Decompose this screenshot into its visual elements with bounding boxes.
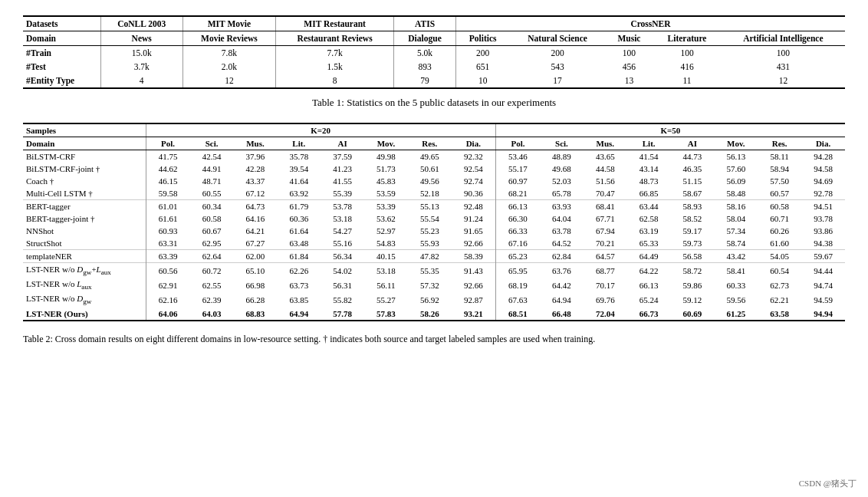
t2-k20-dia: Dia. xyxy=(452,137,496,150)
table2: Samples K=20 K=50 Domain Pol. Sci. Mus. … xyxy=(23,123,845,321)
table2-row: NNShot60.9360.6764.2161.6454.2752.9755.2… xyxy=(23,225,845,237)
table2-cell-k50: 69.76 xyxy=(584,292,627,307)
t1-sub-politics: Politics xyxy=(455,31,509,46)
table2-cell-k20: 91.65 xyxy=(452,225,496,237)
table2-cell-k50: 62.21 xyxy=(758,292,801,307)
table1-cell: 15.0k xyxy=(100,46,182,61)
table2-cell-k50: 92.78 xyxy=(801,187,845,200)
table2-model-name: NNShot xyxy=(23,225,146,237)
table2-cell-k50: 94.74 xyxy=(801,278,845,292)
table1-wrapper: Datasets CoNLL 2003 MIT Movie MIT Restau… xyxy=(23,15,845,89)
table2-cell-k20: 41.75 xyxy=(146,150,190,163)
table2-cell-k50: 58.72 xyxy=(671,263,715,278)
table2-cell-k50: 94.28 xyxy=(801,150,845,163)
watermark: CSDN @猪头丁 xyxy=(799,478,856,489)
table2-cell-k20: 57.83 xyxy=(364,308,408,321)
table2-cell-k20: 39.54 xyxy=(277,163,321,175)
table2-cell-k20: 61.01 xyxy=(146,200,190,213)
table2-cell-k20: 48.71 xyxy=(190,175,234,187)
t2-domain-label: Domain xyxy=(23,137,146,150)
table2-cell-k50: 56.58 xyxy=(671,250,715,263)
table2-cell-k50: 94.44 xyxy=(801,263,845,278)
table2-cell-k20: 92.32 xyxy=(452,150,496,163)
table2-model-name: BiLSTM-CRF xyxy=(23,150,146,163)
table2-cell-k50: 58.16 xyxy=(714,200,758,213)
table2-cell-k20: 60.56 xyxy=(146,263,190,278)
table2-model-name: Coach † xyxy=(23,175,146,187)
table1-caption: Table 1: Statistics on the 5 public data… xyxy=(23,97,845,109)
table2-cell-k20: 49.98 xyxy=(364,150,408,163)
table2-cell-k20: 58.26 xyxy=(408,308,452,321)
table2-cell-k20: 54.83 xyxy=(364,237,408,250)
table2-cell-k20: 92.48 xyxy=(452,200,496,213)
table1-cell: 12 xyxy=(182,74,275,88)
table2-cell-k50: 94.59 xyxy=(801,292,845,307)
table1: Datasets CoNLL 2003 MIT Movie MIT Restau… xyxy=(23,15,845,89)
table2-cell-k20: 61.79 xyxy=(277,200,321,213)
table1-cell: 456 xyxy=(606,60,653,74)
table2-row: BERT-tagger-joint †61.6160.5864.1660.365… xyxy=(23,212,845,225)
table2-cell-k50: 61.60 xyxy=(758,237,801,250)
table2-cell-k20: 62.16 xyxy=(146,292,190,307)
t2-k50-res: Res. xyxy=(758,137,801,150)
table2-cell-k20: 42.28 xyxy=(234,163,278,175)
table2-cell-k50: 60.57 xyxy=(758,187,801,200)
table1-cell: 100 xyxy=(653,46,722,61)
table2-cell-k20: 90.36 xyxy=(452,187,496,200)
t2-k20-mov: Mov. xyxy=(364,137,408,150)
table1-cell: 3.7k xyxy=(100,60,182,74)
table2-domain-row: Domain Pol. Sci. Mus. Lit. AI Mov. Res. … xyxy=(23,137,845,150)
table2-cell-k50: 65.23 xyxy=(495,250,540,263)
table2-cell-k20: 41.64 xyxy=(277,175,321,187)
table2-cell-k20: 37.96 xyxy=(234,150,278,163)
table2-cell-k50: 54.05 xyxy=(758,250,801,263)
table2-cell-k20: 53.18 xyxy=(321,212,364,225)
table2-cell-k50: 46.35 xyxy=(671,163,715,175)
table2-cell-k50: 61.25 xyxy=(714,308,758,321)
table2-cell-k50: 49.68 xyxy=(540,163,584,175)
table2-row: StructShot63.3162.9567.2763.4855.1654.83… xyxy=(23,237,845,250)
table2-cell-k20: 44.91 xyxy=(190,163,234,175)
table2-cell-k20: 56.34 xyxy=(321,250,364,263)
table2-cell-k20: 92.66 xyxy=(452,278,496,292)
table2-row: Coach †46.1548.7143.3741.6441.5545.8349.… xyxy=(23,175,845,187)
t2-k50-lit: Lit. xyxy=(627,137,671,150)
table2-cell-k50: 58.11 xyxy=(758,150,801,163)
t1-col-rest: MIT Restaurant xyxy=(276,16,394,31)
table2-cell-k20: 56.11 xyxy=(364,278,408,292)
table2-cell-k50: 56.09 xyxy=(714,175,758,187)
t2-k20-header: K=20 xyxy=(146,123,495,137)
table1-cell: 893 xyxy=(394,60,456,74)
table1-cell: 17 xyxy=(509,74,605,88)
table2-cell-k20: 62.91 xyxy=(146,278,190,292)
table2-cell-k20: 60.55 xyxy=(190,187,234,200)
t1-sub-label: Domain xyxy=(23,31,100,46)
table2-cell-k50: 93.86 xyxy=(801,225,845,237)
table2-cell-k50: 60.71 xyxy=(758,212,801,225)
table2-cell-k50: 63.78 xyxy=(540,225,584,237)
t2-k50-sci: Sci. xyxy=(540,137,584,150)
table2-cell-k20: 55.13 xyxy=(408,200,452,213)
table2-cell-k20: 57.32 xyxy=(408,278,452,292)
table2-cell-k50: 59.73 xyxy=(671,237,715,250)
table2-cell-k50: 43.42 xyxy=(714,250,758,263)
table2-cell-k50: 43.65 xyxy=(584,150,627,163)
table1-cell: 10 xyxy=(455,74,509,88)
table2-row: BERT-tagger61.0160.3464.7361.7953.7853.3… xyxy=(23,200,845,213)
table2-cell-k50: 68.21 xyxy=(495,187,540,200)
table1-body: #Train15.0k7.8k7.7k5.0k200200100100100#T… xyxy=(23,46,845,89)
t1-sub-movie: Movie Reviews xyxy=(182,31,275,46)
table2-cell-k50: 48.89 xyxy=(540,150,584,163)
table1-row-label: #Train xyxy=(23,46,100,61)
table2-cell-k20: 55.27 xyxy=(364,292,408,307)
table2-cell-k50: 68.77 xyxy=(584,263,627,278)
table1-row: #Train15.0k7.8k7.7k5.0k200200100100100 xyxy=(23,46,845,61)
table2-cell-k20: 65.10 xyxy=(234,263,278,278)
table2-cell-k20: 49.56 xyxy=(408,175,452,187)
table1-cell: 4 xyxy=(100,74,182,88)
table2-cell-k50: 60.97 xyxy=(495,175,540,187)
table2-cell-k50: 52.03 xyxy=(540,175,584,187)
table2-cell-k50: 64.57 xyxy=(584,250,627,263)
table2-cell-k20: 63.85 xyxy=(277,292,321,307)
table2-cell-k20: 63.31 xyxy=(146,237,190,250)
